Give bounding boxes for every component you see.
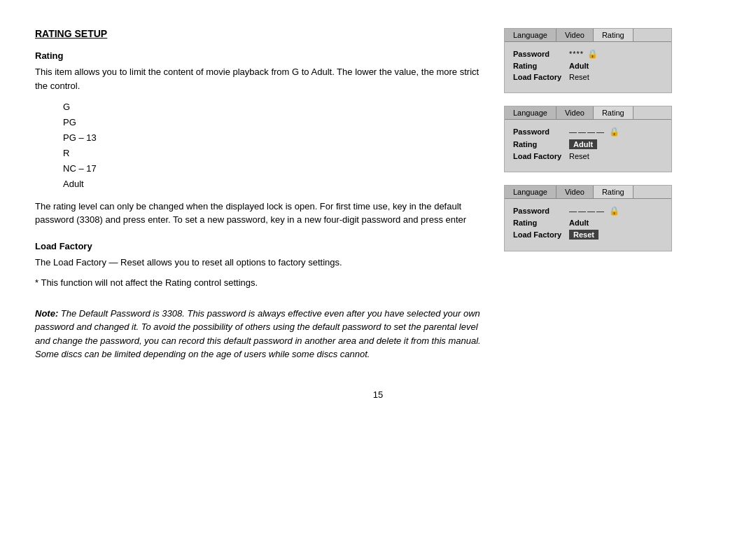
rating-value-2: Adult — [569, 139, 597, 149]
list-item: G — [63, 99, 483, 115]
loadfactory-value-2: Reset — [569, 152, 589, 160]
note-bold-label: Note: — [35, 308, 58, 319]
panel-2: Language Video Rating Password ———— 🔒 Ra… — [504, 106, 672, 172]
loadfactory-label-1: Load Factory — [513, 73, 569, 81]
lock-icon-1: 🔒 — [587, 49, 598, 59]
panel-3-password-row: Password ———— 🔒 — [513, 206, 663, 216]
panel-1-tabs: Language Video Rating — [505, 29, 671, 42]
rating-list: G PG PG – 13 R NC – 17 Adult — [63, 99, 483, 193]
load-factory-body2: * This function will not affect the Rati… — [35, 276, 483, 290]
panel-2-rating-row: Rating Adult — [513, 139, 663, 149]
rating-label-1: Rating — [513, 62, 569, 70]
panel-1-password-row: Password **** 🔒 — [513, 49, 663, 59]
tab-language-3[interactable]: Language — [505, 186, 556, 198]
panel-2-body: Password ———— 🔒 Rating Adult Load Factor… — [505, 120, 671, 172]
rating-body1: This item allows you to limit the conten… — [35, 65, 483, 92]
panel-3-body: Password ———— 🔒 Rating Adult Load Factor… — [505, 199, 671, 251]
password-value-3: ———— 🔒 — [569, 206, 620, 216]
tab-video-1[interactable]: Video — [556, 29, 594, 41]
tab-language-2[interactable]: Language — [505, 106, 556, 119]
panel-2-loadfactory-row: Load Factory Reset — [513, 152, 663, 160]
load-factory-title: Load Factory — [35, 241, 483, 251]
list-item: NC – 17 — [63, 161, 483, 176]
password-label-2: Password — [513, 127, 569, 136]
rating-subtitle: Rating — [35, 50, 483, 61]
panel-3-tabs: Language Video Rating — [505, 186, 671, 199]
page-number: 15 — [35, 389, 721, 400]
note-text: Note: The Default Password is 3308. This… — [35, 307, 483, 361]
panel-1: Language Video Rating Password **** 🔒 Ra… — [504, 28, 672, 93]
lock-icon-2: 🔒 — [609, 127, 620, 137]
note-body: The Default Password is 3308. This passw… — [35, 308, 481, 360]
tab-rating-1[interactable]: Rating — [594, 29, 634, 41]
password-value-1: **** 🔒 — [569, 49, 598, 59]
rating-value-3: Adult — [569, 219, 589, 227]
text-content: RATING SETUP Rating This item allows you… — [35, 28, 483, 361]
list-item: PG – 13 — [63, 130, 483, 146]
password-stars-1: **** — [569, 50, 584, 58]
right-panels: Language Video Rating Password **** 🔒 Ra… — [504, 28, 672, 251]
panel-3: Language Video Rating Password ———— 🔒 Ra… — [504, 185, 672, 251]
rating-body2: The rating level can only be changed whe… — [35, 200, 483, 227]
section-title: RATING SETUP — [35, 28, 483, 39]
panel-1-loadfactory-row: Load Factory Reset — [513, 73, 663, 81]
panel-2-password-row: Password ———— 🔒 — [513, 127, 663, 137]
panel-3-loadfactory-row: Load Factory Reset — [513, 230, 663, 240]
tab-language-1[interactable]: Language — [505, 29, 556, 41]
password-dashes-2: ———— — [569, 127, 606, 136]
loadfactory-value-1: Reset — [569, 73, 589, 81]
loadfactory-label-2: Load Factory — [513, 152, 569, 160]
tab-video-3[interactable]: Video — [556, 186, 594, 198]
panel-1-rating-row: Rating Adult — [513, 62, 663, 70]
load-factory-body1: The Load Factory — Reset allows you to r… — [35, 256, 483, 270]
tab-rating-3[interactable]: Rating — [594, 186, 634, 198]
password-value-2: ———— 🔒 — [569, 127, 620, 137]
list-item: Adult — [63, 176, 483, 192]
panel-1-body: Password **** 🔒 Rating Adult Load Factor… — [505, 42, 671, 92]
list-item: PG — [63, 115, 483, 130]
loadfactory-label-3: Load Factory — [513, 230, 569, 239]
tab-rating-2[interactable]: Rating — [594, 106, 634, 119]
rating-label-3: Rating — [513, 219, 569, 227]
password-label-1: Password — [513, 50, 569, 58]
rating-label-2: Rating — [513, 140, 569, 148]
panel-2-tabs: Language Video Rating — [505, 106, 671, 120]
password-label-3: Password — [513, 207, 569, 215]
main-layout: RATING SETUP Rating This item allows you… — [35, 28, 721, 361]
rating-value-1: Adult — [569, 62, 589, 70]
password-dashes-3: ———— — [569, 207, 606, 215]
tab-video-2[interactable]: Video — [556, 106, 594, 119]
loadfactory-value-3: Reset — [569, 230, 598, 240]
list-item: R — [63, 146, 483, 161]
lock-icon-3: 🔒 — [609, 206, 620, 216]
panel-3-rating-row: Rating Adult — [513, 219, 663, 227]
